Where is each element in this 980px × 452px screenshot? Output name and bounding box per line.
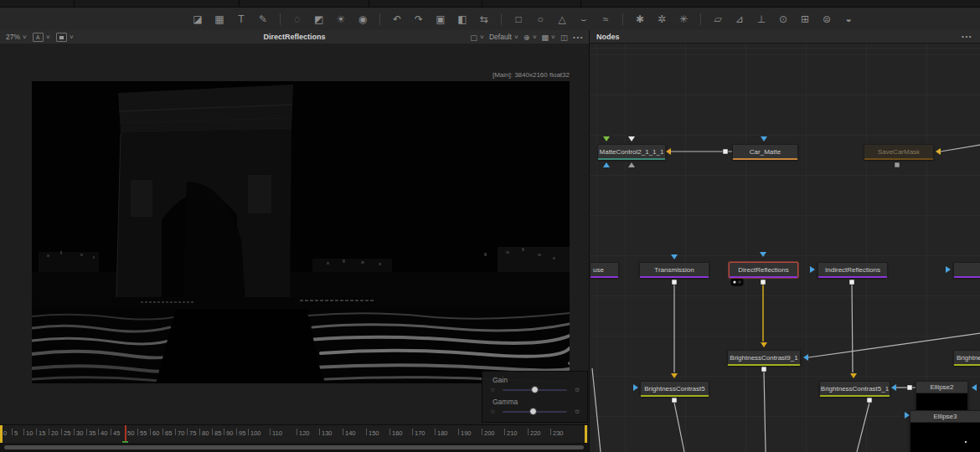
- color-corrector-tool-icon[interactable]: ◌: [291, 13, 304, 26]
- ruler-frame-label: 75: [189, 429, 196, 437]
- node-DirectReflections[interactable]: DirectReflections: [729, 262, 798, 278]
- polygon-mask-tool-icon[interactable]: △: [555, 13, 569, 26]
- ruler-tick: [61, 429, 62, 435]
- ruler-frame-label: 45: [113, 429, 120, 437]
- matte-control-tool-icon[interactable]: ◧: [456, 13, 469, 26]
- window-tabs-strip[interactable]: [0, 0, 980, 8]
- ruler-frame-label: 50: [127, 429, 134, 437]
- ruler-tick: [12, 429, 13, 435]
- node-Car_Matte[interactable]: Car_Matte: [732, 144, 798, 160]
- node-BrightnessContrast9_1[interactable]: BrightnessContrast9_1: [727, 350, 801, 366]
- toolbar-separator: [501, 13, 502, 25]
- node-MatteControl2_1_1_1[interactable]: MatteControl2_1_1_1: [597, 144, 666, 160]
- brightness-high-icon: ☼: [574, 385, 580, 393]
- node-use[interactable]: use: [590, 262, 619, 278]
- background-tool-icon[interactable]: ◪: [191, 13, 204, 26]
- dve-tool-icon[interactable]: ↷: [412, 13, 426, 26]
- toolbar-separator: [280, 13, 281, 25]
- wand-mask-tool-icon[interactable]: ≈: [599, 13, 612, 26]
- node-BrightnessContrast5_1[interactable]: BrightnessContrast5_1: [819, 381, 890, 397]
- gain-slider-knob[interactable]: [531, 386, 539, 393]
- brightness-high-icon: ☼: [574, 407, 580, 415]
- transform-tool-icon[interactable]: ↶: [390, 13, 404, 26]
- gamma-slider-knob[interactable]: [529, 408, 537, 415]
- particle-render-tool-icon[interactable]: ✳: [677, 13, 690, 26]
- tab-divider: [482, 0, 482, 7]
- ruler-tick: [224, 429, 224, 435]
- ruler-frame-label: 200: [484, 429, 495, 437]
- viewer-guides-select[interactable]: ▦ ∨: [541, 33, 555, 42]
- particle-emitter-tool-icon[interactable]: ✱: [633, 13, 647, 26]
- paint-tool-icon[interactable]: ✎: [256, 13, 270, 26]
- shape-3d-tool-icon[interactable]: ⊿: [733, 13, 746, 26]
- ruler-tick: [366, 429, 367, 435]
- ruler-tick: [49, 429, 49, 435]
- render-range-end-marker[interactable]: [585, 425, 587, 444]
- media-in-tool-icon[interactable]: ▦: [213, 13, 226, 26]
- chevron-down-icon: ∨: [532, 33, 537, 40]
- ruler-frame-label: 220: [530, 429, 541, 437]
- viewer-lut-select[interactable]: Default ∨: [489, 33, 518, 41]
- hue-curves-tool-icon[interactable]: ◉: [356, 13, 369, 26]
- viewer-options-menu[interactable]: •••: [573, 33, 584, 41]
- dissolve-tool-icon[interactable]: ⇆: [477, 13, 491, 26]
- rectangle-mask-tool-icon[interactable]: □: [512, 13, 525, 26]
- ruler-tick: [98, 429, 99, 435]
- merge-tool-icon[interactable]: ▣: [434, 13, 447, 26]
- split-view-icon[interactable]: ◫: [560, 33, 568, 42]
- text-3d-tool-icon[interactable]: ⊥: [755, 13, 768, 26]
- node-title: Ellipse3: [910, 411, 980, 422]
- node-SaveCarMask[interactable]: SaveCarMask: [864, 144, 934, 160]
- ruler-tick: [343, 429, 343, 435]
- ruler-frame-label: 210: [507, 429, 518, 437]
- ruler-frame-label: 10: [26, 429, 33, 437]
- text-tool-icon[interactable]: T: [235, 13, 248, 26]
- time-ruler[interactable]: 0510152025303540455055606570758085909510…: [0, 424, 589, 444]
- bspline-mask-tool-icon[interactable]: ⌣: [577, 13, 591, 26]
- ruler-tick: [74, 429, 75, 435]
- ruler-tick: [111, 429, 111, 435]
- ruler-tick: [212, 429, 213, 435]
- merge-3d-tool-icon[interactable]: ⊙: [776, 13, 790, 26]
- node-Ellipse3[interactable]: Ellipse3: [910, 410, 980, 452]
- node-IndirectReflections[interactable]: IndirectReflections: [818, 262, 888, 278]
- ruler-frame-label: 170: [415, 429, 426, 437]
- tab-divider: [239, 0, 240, 7]
- ruler-frame-label: 15: [39, 429, 45, 437]
- node-Brightne[interactable]: Brightne: [953, 350, 980, 366]
- color-sphere-icon: ⊕: [524, 33, 530, 42]
- ruler-tick: [550, 429, 551, 435]
- viewer-color-controls-select[interactable]: ⊕ ∨: [524, 33, 537, 42]
- ruler-frame-label: 130: [322, 429, 333, 437]
- ruler-tick: [412, 429, 413, 435]
- ruler-frame-label: 35: [89, 429, 95, 437]
- ruler-frame-label: 5: [14, 429, 18, 437]
- ruler-frame-label: 150: [369, 429, 379, 437]
- renderer-3d-tool-icon[interactable]: ◒: [842, 13, 855, 26]
- gamma-label: Gamma: [493, 398, 587, 406]
- spotlight-3d-tool-icon[interactable]: ⊜: [820, 13, 833, 26]
- ruler-tick: [36, 429, 37, 435]
- nodes-options-menu[interactable]: •••: [962, 30, 972, 44]
- viewer-image[interactable]: [32, 81, 570, 383]
- brightness-contrast-tool-icon[interactable]: ☀: [334, 13, 348, 26]
- gain-gamma-overlay: Gain ☼ ☼ Gamma ☼ ☼: [482, 371, 588, 423]
- node-editor[interactable]: MatteControl2_1_1_1Car_MatteSaveCarMasku…: [589, 44, 980, 452]
- timeline-scrollbar[interactable]: [4, 445, 584, 449]
- ruler-tick: [458, 429, 459, 435]
- ellipse-mask-tool-icon[interactable]: ○: [534, 13, 547, 26]
- node-Transmission[interactable]: Transmission: [639, 262, 709, 278]
- image-plane-3d-tool-icon[interactable]: ▱: [711, 13, 725, 26]
- render-range-start-marker[interactable]: [0, 425, 3, 444]
- ruler-frame-label: 80: [202, 429, 209, 437]
- camera-3d-tool-icon[interactable]: ⊞: [798, 13, 812, 26]
- node-BrightnessContrast5[interactable]: BrightnessContrast5: [640, 381, 709, 397]
- particle-merge-tool-icon[interactable]: ✲: [655, 13, 668, 26]
- color-curves-tool-icon[interactable]: ◩: [312, 13, 326, 26]
- ellipse-mask-shape: [965, 441, 967, 443]
- toolbar-separator: [379, 13, 380, 25]
- tab-divider: [369, 0, 369, 7]
- node-thumbnail: [910, 422, 980, 452]
- node-partial[interactable]: [953, 262, 980, 278]
- viewer-roi-select[interactable]: ▢ ∨: [470, 33, 484, 42]
